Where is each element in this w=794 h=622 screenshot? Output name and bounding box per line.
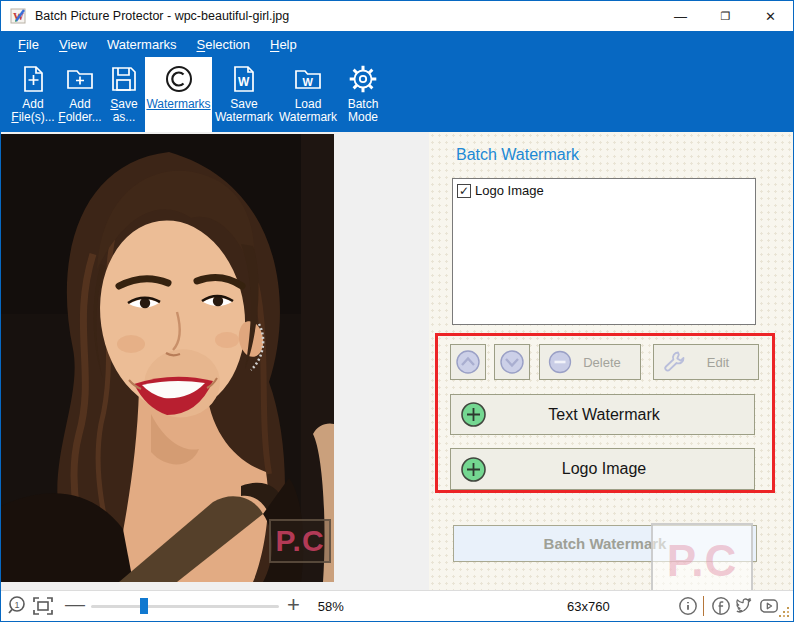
- main-area: P.C Batch Watermark ✓ Logo Image: [1, 132, 793, 590]
- gear-icon: [348, 64, 378, 94]
- save-icon: [109, 64, 139, 94]
- zoom-out-button[interactable]: —: [65, 593, 85, 616]
- chevron-up-icon: [455, 349, 481, 375]
- twitter-icon[interactable]: [735, 596, 755, 616]
- save-as-button[interactable]: Saveas...: [103, 57, 145, 132]
- actual-size-icon[interactable]: 1: [7, 595, 29, 617]
- edit-button[interactable]: Edit: [653, 344, 759, 380]
- menu-help[interactable]: Help: [260, 33, 307, 56]
- svg-text:W: W: [303, 76, 314, 88]
- maximize-button[interactable]: ❐: [703, 1, 748, 31]
- zoom-slider[interactable]: [91, 598, 279, 614]
- preview-image: P.C: [1, 134, 334, 582]
- facebook-icon[interactable]: [711, 596, 731, 616]
- image-viewer: P.C: [1, 132, 429, 590]
- move-down-button[interactable]: [494, 344, 530, 380]
- pc-watermark-photo: P.C: [269, 519, 331, 563]
- resize-grip[interactable]: [787, 615, 789, 617]
- add-folder-button[interactable]: AddFolder...: [57, 57, 103, 132]
- list-item-label: Logo Image: [475, 183, 544, 198]
- toolbar: AddFile(s)... AddFolder... Saveas... Wat…: [1, 57, 793, 132]
- fit-to-screen-icon[interactable]: [32, 595, 54, 617]
- slider-track: [91, 605, 279, 608]
- text-watermark-button[interactable]: Text Watermark: [450, 394, 755, 435]
- close-button[interactable]: ✕: [748, 1, 793, 31]
- wrench-icon: [662, 350, 686, 374]
- batch-mode-button[interactable]: BatchMode: [340, 57, 386, 132]
- info-icon[interactable]: [678, 596, 698, 616]
- annotation-red-box: Delete Edit Text Watermark: [435, 333, 775, 493]
- minus-circle-icon: [548, 350, 572, 374]
- app-window: W Batch Picture Protector - wpc-beautifu…: [0, 0, 794, 622]
- svg-text:1: 1: [15, 600, 20, 610]
- app-icon: W: [10, 8, 27, 24]
- batch-watermark-panel: Batch Watermark ✓ Logo Image: [429, 132, 793, 590]
- load-watermark-button[interactable]: W LoadWatermark: [276, 57, 340, 132]
- chevron-down-icon: [499, 349, 525, 375]
- minimize-button[interactable]: —: [658, 1, 703, 31]
- pc-watermark-panel: P.C: [651, 523, 753, 599]
- menu-watermarks[interactable]: Watermarks: [97, 33, 187, 56]
- plus-circle-icon: [460, 456, 487, 483]
- window-title: Batch Picture Protector - wpc-beautiful-…: [35, 9, 658, 23]
- watermark-list[interactable]: ✓ Logo Image: [452, 178, 756, 325]
- add-files-button[interactable]: AddFile(s)...: [9, 57, 57, 132]
- copyright-icon: [164, 64, 194, 94]
- list-item-logo-image[interactable]: ✓ Logo Image: [455, 182, 753, 199]
- divider: [703, 596, 704, 616]
- title-bar: W Batch Picture Protector - wpc-beautifu…: [1, 1, 793, 31]
- load-watermark-icon: W: [293, 64, 323, 94]
- menu-bar: File View Watermarks Selection Help: [1, 31, 793, 57]
- move-up-button[interactable]: [450, 344, 486, 380]
- delete-button[interactable]: Delete: [539, 344, 641, 380]
- menu-selection[interactable]: Selection: [187, 33, 260, 56]
- image-dimensions: 63x760: [567, 599, 610, 614]
- add-folder-icon: [65, 64, 95, 94]
- plus-circle-icon: [460, 401, 487, 428]
- status-bar: 1 — + 58% 63x760: [1, 590, 793, 621]
- save-watermark-icon: W: [229, 64, 259, 94]
- youtube-icon[interactable]: [759, 596, 779, 616]
- svg-text:W: W: [238, 75, 250, 89]
- watermarks-button[interactable]: Watermarks: [145, 57, 212, 132]
- add-file-icon: [18, 64, 48, 94]
- zoom-percent: 58%: [318, 599, 344, 614]
- slider-handle[interactable]: [140, 598, 148, 614]
- menu-view[interactable]: View: [49, 33, 97, 56]
- panel-title: Batch Watermark: [456, 146, 579, 164]
- save-watermark-button[interactable]: W SaveWatermark: [212, 57, 276, 132]
- logo-image-button[interactable]: Logo Image: [450, 448, 755, 490]
- menu-file[interactable]: File: [8, 33, 49, 56]
- zoom-in-button[interactable]: +: [287, 592, 300, 618]
- checkbox-checked[interactable]: ✓: [457, 184, 471, 198]
